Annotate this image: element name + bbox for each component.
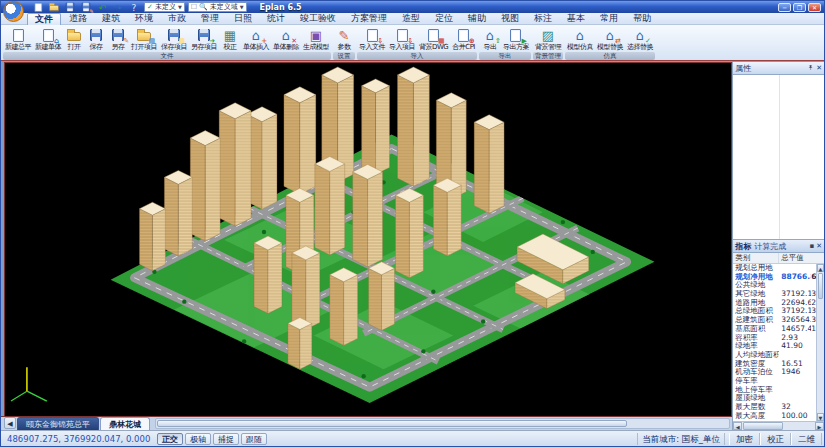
indicator-row-8[interactable]: 容积率2.93 (733, 334, 824, 343)
toolbar-button-sim[interactable]: ⌂模型仿真 (565, 26, 595, 51)
toolbar-button-save-as[interactable]: ✎另存 (107, 26, 129, 51)
scrollbar-thumb[interactable] (743, 422, 783, 430)
indicator-row-4[interactable]: 道路用地22694.642 (733, 299, 824, 308)
toolbar-button-new-unit[interactable]: ⌂新建单体 (33, 26, 63, 51)
toolbar-button-open[interactable]: 打开 (63, 26, 85, 51)
horizontal-scrollbar[interactable] (155, 418, 730, 429)
menu-item-7[interactable]: 统计 (260, 13, 292, 24)
scroll-up-icon[interactable]: ▲ (817, 264, 824, 272)
mode-indicator-1[interactable]: 校正 (760, 433, 791, 445)
menu-item-13[interactable]: 视图 (494, 13, 526, 24)
column-header-category[interactable]: 类别 (733, 253, 779, 263)
scroll-down-icon[interactable]: ▼ (817, 413, 824, 421)
toolbar-button-unit-delete[interactable]: ⌂✕单体删除 (271, 26, 301, 51)
quick-undo-button[interactable]: ↶ (95, 1, 109, 13)
menu-item-14[interactable]: 标注 (527, 13, 559, 24)
indicator-row-1[interactable]: 规划净用地88766.846 (733, 273, 824, 282)
pin-icon[interactable]: ▪ (809, 242, 814, 250)
menu-item-8[interactable]: 竣工验收 (293, 13, 343, 24)
scroll-right-icon[interactable]: ▶ (815, 422, 824, 430)
mode-indicator-2[interactable]: 二维 (791, 433, 822, 445)
indicator-row-7[interactable]: 基底面积14657.451 (733, 325, 824, 334)
indicator-row-16[interactable]: 最大层数32 (733, 403, 824, 412)
menu-item-2[interactable]: 建筑 (95, 13, 127, 24)
menu-item-17[interactable]: 帮助 (626, 13, 658, 24)
horizontal-scrollbar[interactable]: ◀ ▶ (733, 421, 824, 430)
indicator-row-6[interactable]: 总建筑面积326564...3 (733, 316, 824, 325)
toggle-0[interactable]: 正交 (157, 433, 183, 445)
menu-item-1[interactable]: 道路 (62, 13, 94, 24)
quick-new-doc-button[interactable] (31, 1, 45, 13)
app-logo-icon[interactable] (3, 1, 24, 22)
menu-item-15[interactable]: 基本 (560, 13, 592, 24)
toolbar-button-open-project[interactable]: ▤打开项目 (129, 26, 159, 51)
document-tab-1[interactable]: 鼎林花城 (100, 417, 150, 430)
pin-icon[interactable]: 🖈 (807, 64, 814, 72)
tab-scroll-left-icon[interactable]: ◀ (4, 417, 16, 429)
indicator-row-14[interactable]: 地上停车率 (733, 386, 824, 395)
indicator-row-10[interactable]: 人均绿地面积 (733, 351, 824, 360)
toolbar-button-calibrate[interactable]: ▦校正 (219, 26, 241, 51)
document-tab-0[interactable]: 颐东金御锦苑总平 (17, 417, 99, 430)
toolbar-button-gen-model[interactable]: ▣生成模型 (301, 26, 331, 51)
quick-help-button[interactable]: ? (127, 1, 141, 13)
toolbar-button-params[interactable]: ✎参数 (333, 26, 355, 51)
scrollbar-thumb[interactable] (818, 273, 823, 299)
vertical-scrollbar[interactable]: ▲ ▼ (816, 264, 824, 421)
quick-save-as-button[interactable]: ✎ (79, 1, 93, 13)
indicator-row-15[interactable]: 屋顶绿地 (733, 394, 824, 403)
indicator-row-5[interactable]: 总绿地面积37192.183 (733, 307, 824, 316)
toolbar-button-unit-insert[interactable]: ⌂+单体插入 (241, 26, 271, 51)
indicator-row-13[interactable]: 停车率 (733, 377, 824, 386)
indicator-row-9[interactable]: 绿地率41.90 (733, 342, 824, 351)
minimize-button[interactable]: ─ (778, 3, 791, 12)
style-dropdown[interactable]: ✓ 未定义 ▼ (144, 2, 185, 12)
menu-item-6[interactable]: 日照 (227, 13, 259, 24)
toolbar-button-replace-model[interactable]: ⌂⇄模型替换 (595, 26, 625, 51)
toolbar-button-import-project[interactable]: ⇩导入项目 (387, 26, 417, 51)
column-header-value[interactable]: 总平值 (779, 253, 811, 263)
menu-item-9[interactable]: 方案管理 (344, 13, 394, 24)
toolbar-button-bg-dwg[interactable]: ▦背景DWG (417, 26, 450, 51)
indicator-row-0[interactable]: 规划总用地 (733, 264, 824, 273)
indicator-row-12[interactable]: 机动车泊位1946 (733, 368, 824, 377)
toolbar-button-export-scheme[interactable]: ▶导出方案 (501, 26, 531, 51)
properties-panel-body[interactable] (733, 75, 824, 240)
toggle-3[interactable]: 跟随 (241, 433, 267, 445)
menu-item-11[interactable]: 定位 (428, 13, 460, 24)
menu-item-10[interactable]: 造型 (395, 13, 427, 24)
close-button[interactable]: ✕ (808, 3, 821, 12)
toolbar-button-export[interactable]: ⌂⇧导出 (479, 26, 501, 51)
viewport-3d[interactable] (4, 62, 732, 416)
toolbar-button-bg-manage[interactable]: ▨背景管理 (533, 26, 563, 51)
scrollbar-thumb[interactable] (157, 420, 627, 427)
toggle-1[interactable]: 极轴 (185, 433, 211, 445)
indicator-row-17[interactable]: 最大高度100.00 (733, 412, 824, 421)
menu-item-3[interactable]: 环境 (128, 13, 160, 24)
menu-item-16[interactable]: 常用 (593, 13, 625, 24)
close-icon[interactable]: ✕ (816, 242, 822, 250)
quick-redo-button[interactable]: ↷ (111, 1, 125, 13)
toolbar-button-replace-select[interactable]: ⌂✓选择替换 (625, 26, 655, 51)
toolbar-button-new-doc[interactable]: 新建总平 (3, 26, 33, 51)
toolbar-button-import-file[interactable]: ⇩导入文件 (357, 26, 387, 51)
close-icon[interactable]: ✕ (816, 64, 822, 72)
menu-item-5[interactable]: 管理 (194, 13, 226, 24)
mode-indicator-0[interactable]: 加密 (729, 433, 760, 445)
toolbar-button-merge-cpi[interactable]: ⊕合并CPI (450, 26, 477, 51)
indicator-row-11[interactable]: 建筑密度16.51 (733, 360, 824, 369)
toolbar-button-save[interactable]: 保存 (85, 26, 107, 51)
toggle-2[interactable]: 捕捉 (213, 433, 239, 445)
toolbar-button-save-project-as[interactable]: ➜另存项目 (189, 26, 219, 51)
indicator-row-2[interactable]: 公共绿地 (733, 281, 824, 290)
menu-item-12[interactable]: 辅助 (461, 13, 493, 24)
menu-item-4[interactable]: 市政 (161, 13, 193, 24)
quick-save-button[interactable] (63, 1, 77, 13)
menu-item-0[interactable]: 文件 (27, 13, 61, 25)
toolbar-button-save-project[interactable]: ▤保存项目 (159, 26, 189, 51)
scroll-left-icon[interactable]: ◀ (733, 422, 742, 430)
maximize-button[interactable]: ❐ (793, 3, 806, 12)
indicator-row-3[interactable]: 其它绿地37192.183 (733, 290, 824, 299)
quick-open-button[interactable] (47, 1, 61, 13)
domain-dropdown[interactable]: ☐ 🔍 未定义域 ▼ (188, 2, 247, 12)
